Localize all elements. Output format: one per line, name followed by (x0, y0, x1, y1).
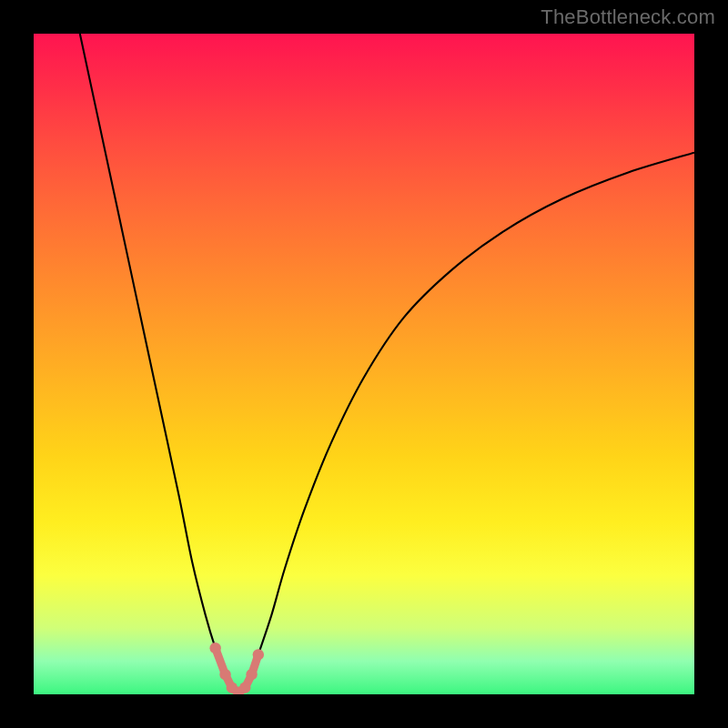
svg-point-7 (219, 669, 230, 680)
bottleneck-curve (80, 34, 694, 693)
chart-svg (34, 34, 694, 694)
watermark-text: TheBottleneck.com (541, 5, 715, 29)
svg-point-11 (246, 669, 257, 680)
svg-point-10 (239, 682, 250, 693)
curve-markers (209, 642, 264, 694)
chart-plot-area (34, 34, 694, 694)
svg-point-12 (253, 649, 264, 660)
svg-point-6 (209, 642, 220, 653)
